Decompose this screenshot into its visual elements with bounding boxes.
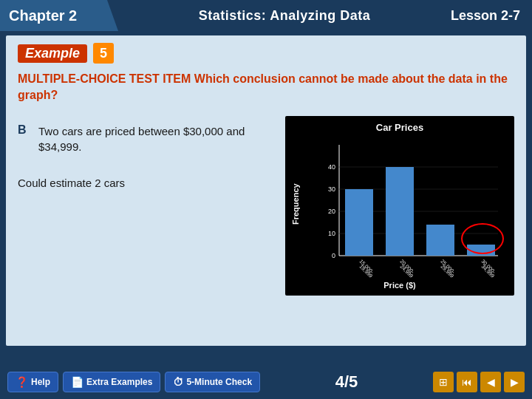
- help-label: Help: [31, 377, 50, 387]
- header-lesson: Lesson 2-7: [451, 8, 532, 24]
- svg-rect-13: [386, 167, 414, 256]
- left-side: B Two cars are priced between $30,000 an…: [18, 116, 273, 296]
- help-icon: ❓: [16, 376, 28, 388]
- five-minute-icon: ⏱: [173, 376, 183, 388]
- header: Chapter 2 Statistics: Analyzing Data Les…: [0, 0, 532, 31]
- help-button[interactable]: ❓ Help: [7, 372, 58, 392]
- header-title: Statistics: Analyzing Data: [118, 8, 451, 24]
- answer-option: B Two cars are priced between $30,000 an…: [18, 123, 273, 154]
- extra-examples-button[interactable]: 📄 Extra Examples: [63, 372, 160, 392]
- svg-text:0: 0: [332, 252, 335, 259]
- example-number: 5: [93, 43, 114, 64]
- extra-examples-label: Extra Examples: [86, 377, 152, 387]
- content-row: B Two cars are priced between $30,000 an…: [18, 116, 514, 296]
- svg-text:20: 20: [328, 208, 335, 215]
- chart-svg: 0 10 20 30 40: [303, 137, 508, 278]
- nav-next-button[interactable]: ▶: [504, 372, 525, 392]
- answer-text: Two cars are priced between $30,000 and …: [38, 123, 273, 154]
- chart-title: Car Prices: [291, 122, 508, 133]
- footer: ❓ Help 📄 Extra Examples ⏱ 5-Minute Check…: [0, 365, 532, 399]
- five-minute-label: 5-Minute Check: [186, 377, 252, 387]
- svg-text:10: 10: [328, 230, 335, 237]
- nav-prev-button[interactable]: ◀: [480, 372, 501, 392]
- main-content: Example 5 MULTIPLE-CHOICE TEST ITEM Whic…: [6, 35, 526, 346]
- five-minute-check-button[interactable]: ⏱ 5-Minute Check: [165, 372, 260, 392]
- svg-rect-12: [345, 189, 373, 256]
- page-indicator: 4/5: [335, 372, 358, 392]
- svg-text:30: 30: [328, 185, 335, 193]
- question-text: MULTIPLE-CHOICE TEST ITEM Which conclusi…: [18, 71, 514, 104]
- nav-prev-prev-button[interactable]: ⏮: [457, 372, 477, 392]
- svg-rect-15: [467, 245, 495, 256]
- chart-container: Car Prices Frequency 0: [285, 116, 514, 296]
- y-axis-label: Frequency: [291, 137, 300, 270]
- chart-inner: Frequency 0 1: [291, 137, 508, 278]
- extra-examples-icon: 📄: [71, 376, 83, 388]
- chapter-label: Chapter 2: [9, 7, 77, 24]
- could-estimate: Could estimate 2 cars: [18, 177, 273, 189]
- x-axis-label: Price ($): [291, 281, 508, 290]
- header-chapter: Chapter 2: [0, 0, 118, 31]
- answer-letter: B: [18, 123, 33, 154]
- svg-rect-14: [426, 225, 454, 256]
- example-label: Example: [18, 44, 87, 63]
- footer-left: ❓ Help 📄 Extra Examples ⏱ 5-Minute Check: [7, 372, 260, 392]
- svg-text:40: 40: [328, 163, 335, 171]
- nav-home-button[interactable]: ⊞: [433, 372, 454, 392]
- chart-area: 0 10 20 30 40: [303, 137, 508, 278]
- footer-right: ⊞ ⏮ ◀ ▶: [433, 372, 525, 392]
- example-badge: Example 5: [18, 43, 514, 64]
